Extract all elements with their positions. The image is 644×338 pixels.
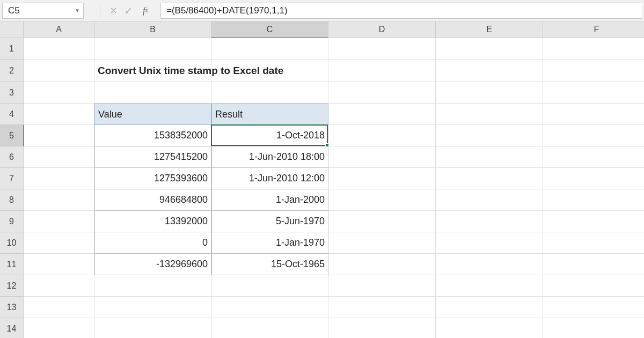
cell[interactable] — [24, 254, 94, 275]
row-header[interactable]: 5 — [0, 125, 24, 146]
cell[interactable] — [24, 60, 94, 82]
row-header[interactable]: 3 — [0, 82, 24, 104]
cell[interactable] — [543, 104, 644, 125]
cell[interactable] — [24, 125, 94, 146]
cell[interactable] — [436, 254, 543, 275]
cell[interactable] — [543, 38, 644, 60]
cell[interactable] — [436, 146, 543, 168]
row-header[interactable]: 8 — [0, 189, 24, 211]
column-header[interactable]: D — [328, 21, 436, 38]
table-cell-value[interactable]: -132969600 — [94, 254, 211, 275]
table-cell-result[interactable]: 1-Jun-2010 18:00 — [211, 146, 328, 168]
fx-icon[interactable]: fx — [136, 3, 155, 18]
cell[interactable] — [328, 297, 436, 318]
row-header[interactable]: 14 — [0, 318, 24, 338]
cell[interactable] — [328, 146, 436, 168]
cell[interactable] — [24, 318, 94, 338]
cell[interactable] — [328, 168, 436, 189]
cell[interactable] — [328, 104, 436, 125]
cell[interactable] — [24, 146, 94, 168]
cell[interactable] — [211, 297, 328, 318]
cell[interactable] — [24, 189, 94, 211]
cell[interactable] — [211, 275, 328, 297]
cell[interactable] — [24, 297, 94, 318]
cell[interactable] — [328, 254, 436, 275]
cell[interactable] — [543, 125, 644, 146]
cell[interactable] — [328, 60, 436, 82]
cell[interactable] — [328, 275, 436, 297]
select-all-corner[interactable] — [0, 21, 24, 38]
cell[interactable] — [436, 211, 543, 232]
cell[interactable] — [543, 146, 644, 168]
cell[interactable] — [211, 38, 328, 60]
row-header[interactable]: 9 — [0, 211, 24, 232]
row-header[interactable]: 4 — [0, 104, 24, 125]
row-header[interactable]: 11 — [0, 254, 24, 275]
cell[interactable] — [24, 38, 94, 60]
cell[interactable] — [543, 60, 644, 82]
spreadsheet[interactable]: ABCDEFG 1234567891011121314 Convert Unix… — [0, 21, 644, 338]
table-header-result[interactable]: Result — [211, 104, 328, 125]
chevron-down-icon[interactable]: ▼ — [75, 8, 80, 13]
table-cell-value[interactable]: 1538352000 — [94, 125, 211, 146]
row-header[interactable]: 12 — [0, 275, 24, 297]
row-header[interactable]: 2 — [0, 60, 24, 82]
cell[interactable] — [436, 189, 543, 211]
cell[interactable] — [543, 211, 644, 232]
cell[interactable] — [328, 82, 436, 104]
column-header[interactable]: E — [436, 21, 543, 38]
cell[interactable] — [543, 254, 644, 275]
cell[interactable] — [543, 297, 644, 318]
cell[interactable] — [436, 275, 543, 297]
table-cell-value[interactable]: 0 — [94, 232, 211, 254]
cell[interactable] — [328, 38, 436, 60]
cell[interactable] — [543, 318, 644, 338]
cell[interactable] — [436, 60, 543, 82]
cell[interactable] — [24, 232, 94, 254]
grid[interactable]: Convert Unix time stamp to Excel dateVal… — [24, 38, 644, 338]
cell[interactable] — [211, 318, 328, 338]
table-cell-result[interactable]: 1-Jun-2010 12:00 — [211, 168, 328, 189]
cell[interactable] — [543, 189, 644, 211]
cell[interactable] — [24, 104, 94, 125]
cell[interactable] — [94, 275, 211, 297]
cell[interactable] — [436, 104, 543, 125]
cell[interactable] — [436, 38, 543, 60]
row-header[interactable]: 6 — [0, 146, 24, 168]
cell[interactable] — [436, 232, 543, 254]
row-header[interactable]: 7 — [0, 168, 24, 189]
cell[interactable] — [436, 168, 543, 189]
row-header[interactable]: 13 — [0, 297, 24, 318]
cell[interactable] — [328, 189, 436, 211]
table-cell-result[interactable]: 1-Jan-1970 — [211, 232, 328, 254]
row-header[interactable]: 1 — [0, 38, 24, 60]
table-header-value[interactable]: Value — [94, 104, 211, 125]
column-header[interactable]: F — [543, 21, 644, 38]
cell[interactable] — [94, 82, 211, 104]
table-cell-value[interactable]: 946684800 — [94, 189, 211, 211]
cell[interactable] — [328, 232, 436, 254]
cell[interactable] — [328, 211, 436, 232]
table-cell-value[interactable]: 13392000 — [94, 211, 211, 232]
cell[interactable] — [94, 297, 211, 318]
name-box[interactable]: C5 ▼ — [2, 3, 84, 19]
formula-input[interactable]: =(B5/86400)+DATE(1970,1,1) — [160, 3, 642, 19]
cell[interactable] — [24, 211, 94, 232]
cell[interactable] — [94, 318, 211, 338]
cell[interactable] — [211, 82, 328, 104]
cell[interactable] — [24, 275, 94, 297]
cell[interactable] — [543, 232, 644, 254]
table-cell-value[interactable]: 1275415200 — [94, 146, 211, 168]
row-header[interactable]: 10 — [0, 232, 24, 254]
page-title[interactable]: Convert Unix time stamp to Excel date — [94, 60, 211, 82]
cell[interactable] — [436, 82, 543, 104]
cell[interactable] — [543, 275, 644, 297]
column-header[interactable]: A — [24, 21, 94, 38]
table-cell-result[interactable]: 1-Jan-2000 — [211, 189, 328, 211]
table-cell-value[interactable]: 1275393600 — [94, 168, 211, 189]
cell[interactable] — [543, 82, 644, 104]
cell[interactable] — [328, 318, 436, 338]
cell[interactable] — [24, 168, 94, 189]
cell[interactable] — [436, 318, 543, 338]
table-cell-result[interactable]: 1-Oct-2018 — [211, 125, 328, 146]
